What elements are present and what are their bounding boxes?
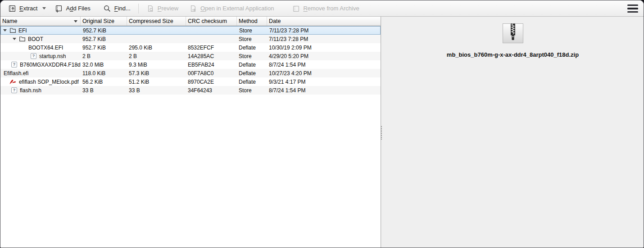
preview-icon xyxy=(146,5,154,13)
menu-button[interactable] xyxy=(627,5,638,13)
table-row-boot[interactable]: BOOT 952.7 KiB Store 7/11/23 7:28 PM xyxy=(0,35,381,43)
table-row-startup-nsh[interactable]: ? startup.nsh 2 B 2 B 14A285AC Store 4/2… xyxy=(0,52,381,60)
column-header-method[interactable]: Method xyxy=(237,17,267,26)
unknown-file-icon: ? xyxy=(11,62,17,68)
column-header-original-size[interactable]: Original Size xyxy=(81,17,127,26)
sort-descending-icon xyxy=(74,20,77,23)
file-list-panel: Name Original Size Compressed Size CRC c… xyxy=(0,17,381,248)
extract-dropdown-caret[interactable] xyxy=(42,7,46,9)
column-header-compressed-size[interactable]: Compressed Size xyxy=(127,17,186,26)
table-row-efi[interactable]: EFI 952.7 KiB Store 7/11/23 7:28 PM xyxy=(0,26,381,35)
archive-filename: mb_bios_b760m-g-x-ax-ddr4_8arpt040_f18d.… xyxy=(382,51,644,58)
archive-info-panel: mb_bios_b760m-g-x-ax-ddr4_8arpt040_f18d.… xyxy=(382,17,644,248)
column-header-date[interactable]: Date xyxy=(267,17,381,26)
column-header-name[interactable]: Name xyxy=(0,17,81,26)
table-row-pdf[interactable]: efiflash SOP_MElock.pdf 56.2 KiB 51.2 Ki… xyxy=(0,77,381,86)
preview-button[interactable]: Preview xyxy=(142,2,182,15)
unknown-file-icon: ? xyxy=(11,87,17,93)
toolbar: Extract Add Files Find... xyxy=(0,0,644,17)
add-files-button[interactable]: Add Files xyxy=(50,2,94,15)
folder-icon xyxy=(19,36,25,41)
splitter-grip-icon xyxy=(381,126,382,140)
find-button[interactable]: Find... xyxy=(99,2,135,15)
expander-icon[interactable] xyxy=(13,38,16,40)
archive-manager-window: Extract Add Files Find... xyxy=(0,0,644,248)
table-row-flash-nsh[interactable]: ? flash.nsh 33 B 33 B 34F64243 Store 8/7… xyxy=(0,86,381,95)
table-row-b760[interactable]: ? B760MGXAXDDR4.F18d 32.0 MiB 9.3 MiB EB… xyxy=(0,60,381,69)
folder-icon xyxy=(10,28,16,33)
file-rows: EFI 952.7 KiB Store 7/11/23 7:28 PM xyxy=(0,26,381,248)
remove-from-archive-icon xyxy=(292,5,300,13)
hamburger-icon xyxy=(627,5,638,6)
pdf-icon xyxy=(9,79,17,85)
add-files-icon xyxy=(54,5,63,13)
expander-icon[interactable] xyxy=(3,29,7,32)
table-header: Name Original Size Compressed Size CRC c… xyxy=(0,17,381,26)
table-row-bootx64[interactable]: BOOTX64.EFI 952.7 KiB 295.0 KiB 8532EFCF… xyxy=(0,43,381,52)
unknown-file-icon: ? xyxy=(31,53,36,59)
zip-archive-icon xyxy=(503,23,523,43)
table-row-efiflash[interactable]: Efiflash.efi 118.0 KiB 57.3 KiB 00F7A8C0… xyxy=(0,69,381,77)
extract-button[interactable]: Extract xyxy=(4,2,41,15)
remove-from-archive-button[interactable]: Remove from Archive xyxy=(288,2,363,15)
column-header-crc[interactable]: CRC checksum xyxy=(186,17,237,26)
content-area: Name Original Size Compressed Size CRC c… xyxy=(0,17,644,248)
search-icon xyxy=(103,5,111,13)
extract-icon xyxy=(8,5,16,13)
open-external-icon xyxy=(189,5,197,13)
open-external-button[interactable]: Open in External Application xyxy=(185,2,278,15)
toolbar-separator xyxy=(138,4,139,14)
panel-splitter[interactable] xyxy=(381,17,382,248)
